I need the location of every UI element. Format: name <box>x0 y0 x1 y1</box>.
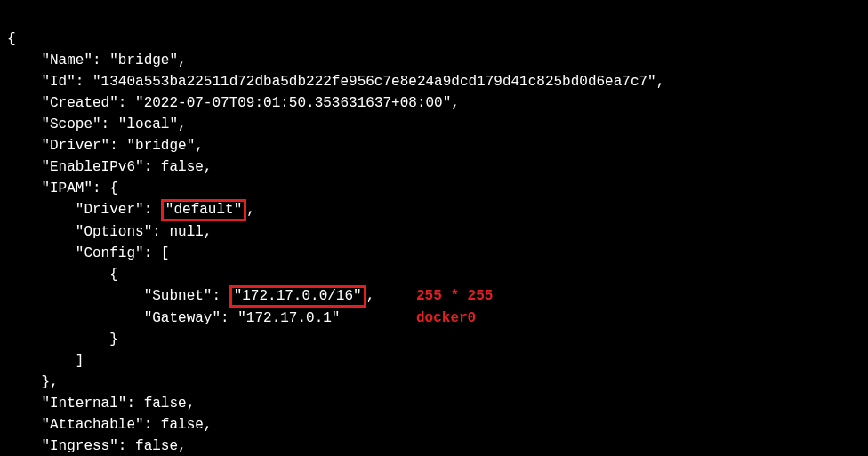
json-attachable-key: "Attachable": <box>7 417 161 433</box>
json-subnet-key: "Subnet": <box>7 288 229 304</box>
highlight-default: "default" <box>161 199 246 221</box>
highlight-subnet: "172.17.0.0/16" <box>229 285 366 308</box>
json-driver-key: "Driver": <box>7 138 126 154</box>
json-attachable-val: false, <box>161 417 213 433</box>
json-ipam-driver-comma: , <box>246 202 255 218</box>
json-internal-key: "Internal": <box>7 396 144 412</box>
json-scope-key: "Scope": <box>7 116 118 132</box>
json-ipam-driver-val: "default" <box>165 202 242 218</box>
json-ingress-val: false, <box>135 438 187 454</box>
json-brace-open: { <box>7 31 16 47</box>
json-ipam-driver-key: "Driver": <box>7 202 161 218</box>
json-subnet-comma: , <box>366 288 375 304</box>
json-ipam-options-key: "Options": <box>7 224 169 240</box>
json-ipam-close: }, <box>7 374 59 390</box>
json-ingress-key: "Ingress": <box>7 438 135 454</box>
json-id-val: "1340a553ba22511d72dba5db222fe956c7e8e24… <box>92 74 664 90</box>
json-ipam-config-open: { <box>7 267 118 283</box>
json-ipam-options-val: null, <box>169 224 212 240</box>
json-created-key: "Created": <box>7 95 135 111</box>
json-created-val: "2022-07-07T09:01:50.353631637+08:00", <box>135 95 460 111</box>
json-ipam-config-key: "Config": [ <box>7 245 169 261</box>
json-id-key: "Id": <box>7 74 92 90</box>
json-ipam-config-arr-close: ] <box>7 353 84 369</box>
json-enableipv6-val: false, <box>161 159 213 175</box>
json-gateway-val: "172.17.0.1" <box>237 310 340 326</box>
json-name-val: "bridge", <box>109 52 186 68</box>
json-driver-val: "bridge", <box>126 138 203 154</box>
json-internal-val: false, <box>144 396 196 412</box>
annotation-subnet: 255 * 255 <box>416 285 493 307</box>
json-ipam-key: "IPAM": { <box>7 180 118 196</box>
json-subnet-val: "172.17.0.0/16" <box>234 288 362 304</box>
json-scope-val: "local", <box>118 116 187 132</box>
json-gateway-key: "Gateway": <box>7 310 237 326</box>
terminal-output: { "Name": "bridge", "Id": "1340a553ba225… <box>7 7 861 456</box>
json-ipam-config-close: } <box>7 332 118 348</box>
json-enableipv6-key: "EnableIPv6": <box>7 159 161 175</box>
annotation-gateway: docker0 <box>416 308 476 329</box>
json-name-key: "Name": <box>7 52 109 68</box>
